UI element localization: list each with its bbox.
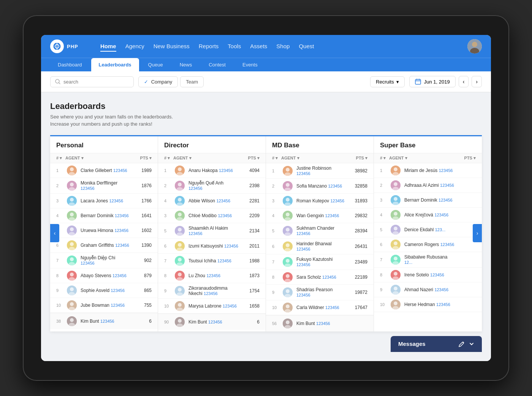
- table-row[interactable]: 3 Bernarr Dominik 123456: [374, 193, 482, 208]
- agent-id[interactable]: 123456: [188, 186, 203, 191]
- col-agent-2[interactable]: AGENT ▾: [281, 156, 345, 161]
- agent-id[interactable]: 123456: [296, 262, 310, 267]
- nav-reports[interactable]: Reports: [199, 41, 219, 52]
- agent-id[interactable]: 123456: [111, 303, 125, 308]
- agent-id[interactable]: 123456: [440, 242, 454, 247]
- agent-id[interactable]: 123456: [188, 231, 203, 236]
- table-row[interactable]: 5 Uruewa Himona 123456 1602: [50, 223, 158, 238]
- agent-id[interactable]: 123456: [328, 184, 342, 188]
- agent-id[interactable]: 123456: [218, 213, 232, 218]
- tab-contest[interactable]: Contest: [201, 58, 233, 71]
- agent-id[interactable]: 123456: [109, 199, 123, 203]
- table-row[interactable]: 5 Shaamikh Al Hakim 123456 2134: [158, 223, 266, 239]
- agent-id[interactable]: 123...: [435, 227, 446, 232]
- user-avatar[interactable]: [467, 39, 482, 54]
- table-row[interactable]: 8 Irene Sotelo 123456: [374, 268, 482, 282]
- table-row[interactable]: 5 Denice Ekdahl 123...: [374, 222, 482, 237]
- table-row[interactable]: 9 Sophie Asveld 123456 865: [50, 283, 158, 298]
- recruits-button[interactable]: Recruits ▾: [370, 76, 405, 87]
- agent-id[interactable]: 123456: [330, 199, 344, 203]
- table-row[interactable]: 10 Jube Bowman 123456 755: [50, 298, 158, 313]
- prev-date-button[interactable]: ‹: [459, 76, 469, 87]
- table-footer-row[interactable]: 56 Kim Bunt 123456: [266, 315, 374, 331]
- table-row[interactable]: 4 Alice Krejčová 123456: [374, 208, 482, 222]
- tab-events[interactable]: Events: [235, 58, 265, 71]
- table-footer-row[interactable]: 38 Kim Bunt 123456 6: [50, 313, 158, 329]
- agent-id[interactable]: 123456: [434, 213, 448, 217]
- table-row[interactable]: 2 Sofia Manzano 123456 32858: [266, 179, 374, 194]
- nav-shop[interactable]: Shop: [276, 41, 290, 52]
- agent-id[interactable]: 123456: [296, 171, 310, 176]
- nav-home[interactable]: Home: [100, 41, 116, 52]
- agent-id[interactable]: 123456: [81, 186, 95, 191]
- tab-leaderboards[interactable]: Leaderboards: [91, 58, 139, 71]
- agent-id[interactable]: 123456: [440, 183, 454, 188]
- compose-icon[interactable]: [458, 341, 465, 347]
- table-row[interactable]: 3 Roman Kutepov 123456 31893: [266, 194, 374, 208]
- agent-id[interactable]: 123456: [296, 293, 310, 297]
- agent-id[interactable]: 123456: [112, 273, 127, 278]
- search-input[interactable]: [63, 79, 124, 85]
- col-agent-1[interactable]: AGENT ▾: [173, 156, 237, 161]
- team-filter-btn[interactable]: Team: [180, 76, 204, 87]
- table-row[interactable]: 4 Abbie Wilson 123456 2281: [158, 194, 266, 208]
- agent-id[interactable]: 123456: [81, 261, 95, 265]
- nav-agency[interactable]: Agency: [125, 41, 144, 52]
- col-pts-0[interactable]: PTS ▾: [129, 156, 152, 161]
- agent-id[interactable]: 12...: [404, 260, 412, 265]
- table-row[interactable]: 6 Harinder Bharwal 123456 26431: [266, 239, 374, 254]
- table-row[interactable]: 4 Wan Gengxin 123456 29832: [266, 208, 374, 223]
- chevron-down-icon[interactable]: [469, 341, 474, 347]
- nav-tools[interactable]: Tools: [228, 41, 241, 52]
- footer-id[interactable]: 123456: [208, 320, 222, 324]
- agent-id[interactable]: 123456: [439, 198, 453, 202]
- table-row[interactable]: 5 Sukhnam Chander 123456 28394: [266, 223, 374, 239]
- col-rank-2[interactable]: # ▾: [272, 156, 281, 161]
- table-row[interactable]: 2 Adhraaa Al Azimi 123456: [374, 178, 482, 193]
- table-row[interactable]: 6 Cameron Rogers 123456: [374, 237, 482, 252]
- agent-id[interactable]: 123456: [216, 199, 230, 203]
- agent-id[interactable]: 123456: [322, 275, 336, 279]
- agent-id[interactable]: 123456: [224, 244, 238, 248]
- tab-dashboard[interactable]: Dashboard: [50, 58, 90, 71]
- scroll-left-button[interactable]: ‹: [50, 224, 59, 242]
- agent-id[interactable]: 123456: [217, 259, 231, 263]
- agent-id[interactable]: 123456: [434, 287, 448, 292]
- agent-id[interactable]: 123456: [204, 291, 218, 296]
- table-row[interactable]: 9 Shadrias Pearson 123456 19872: [266, 285, 374, 300]
- table-row[interactable]: 7 Nguyễn Diệp Chi 123456 902: [50, 253, 158, 268]
- table-row[interactable]: 3 Chloé Modibo 123456 2209: [158, 208, 266, 223]
- agent-id[interactable]: 123456: [439, 168, 453, 173]
- table-row[interactable]: 8 Lu Zhou 123456 1873: [158, 268, 266, 283]
- table-row[interactable]: 8 Sara Scholz 123456 22189: [266, 270, 374, 285]
- scroll-right-button[interactable]: ›: [473, 224, 482, 242]
- table-row[interactable]: 9 Ahmad Nazeri 123456: [374, 282, 482, 297]
- footer-id[interactable]: 123456: [100, 319, 114, 323]
- table-row[interactable]: 10 Carla Wildner 123456 17647: [266, 300, 374, 315]
- col-rank-3[interactable]: # ▾: [380, 156, 389, 161]
- agent-id[interactable]: 123456: [325, 213, 339, 218]
- messages-bar[interactable]: Messages: [391, 336, 482, 352]
- agent-id[interactable]: 123456: [219, 168, 233, 173]
- table-row[interactable]: 2 Monika Derfflinger 123456 1876: [50, 178, 158, 194]
- agent-id[interactable]: 123456: [430, 273, 444, 277]
- agent-id[interactable]: 123456: [436, 302, 450, 307]
- col-rank-1[interactable]: # ▾: [164, 156, 173, 161]
- col-agent-3[interactable]: AGENT ▾: [389, 156, 453, 161]
- table-row[interactable]: 1 Clarke Gillebert 123456 1989: [50, 163, 158, 178]
- agent-id[interactable]: 123456: [111, 288, 125, 293]
- agent-id[interactable]: 123456: [115, 213, 129, 218]
- tab-news[interactable]: News: [172, 58, 200, 71]
- nav-new-business[interactable]: New Business: [154, 41, 190, 52]
- table-row[interactable]: 7 Sibabalwe Rubusana 12...: [374, 252, 482, 268]
- table-row[interactable]: 10 Marysa Labrone 123456 1658: [158, 299, 266, 314]
- table-row[interactable]: 6 Izumi Katsuyoshi 123456 2011: [158, 239, 266, 254]
- agent-id[interactable]: 123456: [115, 243, 129, 248]
- table-row[interactable]: 7 Fukuyo Kazutoshi 123456 23489: [266, 254, 374, 270]
- col-pts-1[interactable]: PTS ▾: [237, 156, 260, 161]
- agent-id[interactable]: 123456: [223, 304, 237, 308]
- col-rank-0[interactable]: # ▾: [56, 156, 65, 161]
- table-row[interactable]: 3 Lacara Jones 123456 1766: [50, 194, 158, 208]
- table-row[interactable]: 1 Miriam de Jesús 123456: [374, 163, 482, 178]
- table-row[interactable]: 4 Bernarr Dominik 123456 1641: [50, 208, 158, 223]
